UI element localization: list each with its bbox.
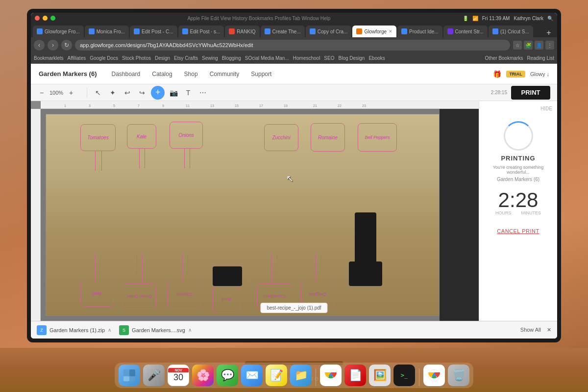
new-tab-btn[interactable]: + xyxy=(544,28,553,37)
nav-community[interactable]: Community xyxy=(210,69,240,79)
redo-button[interactable]: ↪ xyxy=(136,87,148,99)
nav-shop[interactable]: Shop xyxy=(184,69,198,79)
bookmark-stock-photos[interactable]: Stock Photos xyxy=(122,55,151,61)
refresh-button[interactable]: ↻ xyxy=(61,40,72,51)
wifi-icon: 📶 xyxy=(472,16,478,21)
screen: Apple File Edit View History Bookmarks P… xyxy=(31,13,557,339)
bookmarks-bar: Bookmarklets Affiliates Google Docs Stoc… xyxy=(31,53,557,64)
tab-glowforge[interactable]: Glowforge ✕ xyxy=(352,26,396,37)
hide-link[interactable]: HIDE xyxy=(540,106,552,111)
tab-10[interactable]: Content Str... xyxy=(443,26,488,37)
nav-catalog[interactable]: Catalog xyxy=(152,69,172,79)
bookmark-seo[interactable]: SEO xyxy=(324,55,334,61)
search-icon[interactable]: 🔍 xyxy=(547,16,553,21)
dock-files[interactable]: 📁 xyxy=(290,365,312,386)
back-button[interactable]: ‹ xyxy=(34,40,45,51)
fullscreen-window-btn[interactable] xyxy=(50,16,55,21)
bookmark-social[interactable]: SOcial Media Man... xyxy=(245,55,289,61)
user-menu[interactable]: Glowy ↓ xyxy=(530,71,549,77)
dock-calendar[interactable]: NOV 30 xyxy=(168,365,189,386)
bookmark-bookmarklets[interactable]: Bookmarklets xyxy=(34,55,64,61)
dock: 🎤 NOV 30 🌸 💬 ✉️ 📝 📁 📄 🖼️ >_ 🗑️ xyxy=(115,363,473,388)
menu-icon[interactable]: ⋮ xyxy=(545,41,554,50)
magic-tool[interactable]: ✦ xyxy=(107,87,119,99)
nav-support[interactable]: Support xyxy=(251,69,271,79)
tab-4[interactable]: Edit Post · s... xyxy=(178,26,224,37)
macos-bar-title: Apple File Edit View History Bookmarks P… xyxy=(55,15,463,21)
gift-icon[interactable]: 🎁 xyxy=(493,70,501,78)
dock-mail[interactable]: ✉️ xyxy=(241,365,263,386)
download-item-1[interactable]: Z Garden Markers (1).zip ∧ xyxy=(37,325,111,335)
svg-rect-2 xyxy=(129,369,135,376)
bookmark-ebooks[interactable]: Ebooks xyxy=(368,55,385,61)
show-all-link[interactable]: Show All xyxy=(520,327,541,333)
tab-1[interactable]: Glowforge Fro... xyxy=(33,26,84,37)
bookmark-blogging[interactable]: Blogging xyxy=(222,55,241,61)
dock-photos2[interactable]: 🖼️ xyxy=(369,365,391,386)
dock-messages[interactable]: 💬 xyxy=(217,365,238,386)
cancel-print-button[interactable]: CANCEL PRINT xyxy=(497,228,539,234)
bookmark-sewing[interactable]: Sewing xyxy=(202,55,218,61)
dock-chrome2[interactable] xyxy=(423,365,445,386)
download-chevron-2[interactable]: ∧ xyxy=(188,327,192,333)
dock-terminal[interactable]: >_ xyxy=(393,365,415,386)
undo-button[interactable]: ↩ xyxy=(122,87,133,99)
tab-5[interactable]: RANKIQ xyxy=(225,26,259,37)
time-hours: 2:28 xyxy=(498,190,539,210)
bookmark-design[interactable]: Design xyxy=(155,55,170,61)
camera-tool[interactable]: 📷 xyxy=(168,87,179,99)
tab-6[interactable]: Create The... xyxy=(261,26,305,37)
address-input[interactable] xyxy=(75,40,510,51)
tab-2[interactable]: Monica Fro... xyxy=(85,26,129,37)
download-chevron-1[interactable]: ∧ xyxy=(108,327,111,333)
extensions-icon[interactable]: 🧩 xyxy=(524,41,533,50)
dock-separator-1 xyxy=(316,368,316,386)
canvas-area[interactable]: 1 3 5 7 9 11 13 15 17 19 21 22 23 xyxy=(31,101,479,321)
dock-siri[interactable]: 🎤 xyxy=(143,365,165,386)
bookmark-homeschool[interactable]: Homeschool xyxy=(293,55,320,61)
workspace: 1 3 5 7 9 11 13 15 17 19 21 22 23 xyxy=(31,101,557,321)
dock-photos[interactable]: 🌸 xyxy=(192,365,214,386)
profile-icon[interactable]: 👤 xyxy=(535,41,543,50)
tab-favicon xyxy=(492,28,498,34)
bookmark-etsy[interactable]: Etsy Crafts xyxy=(174,55,198,61)
dock-notes[interactable]: 📝 xyxy=(266,365,287,386)
dock-acrobat[interactable]: 📄 xyxy=(344,365,366,386)
bookmark-blog-design[interactable]: Blog Design xyxy=(338,55,365,61)
notification-pdf[interactable]: best-recipe_-_jojo (1).pdf xyxy=(260,303,327,313)
bookmark-google-docs[interactable]: Google Docs xyxy=(90,55,118,61)
more-options[interactable]: ⋯ xyxy=(197,87,209,99)
gf-nav-right: 🎁 TRIAL Glowy ↓ xyxy=(493,70,549,78)
add-element-button[interactable]: + xyxy=(151,86,165,100)
download-item-2[interactable]: S Garden Markers....svg ∧ xyxy=(119,325,192,335)
minimize-window-btn[interactable] xyxy=(43,16,48,21)
tab-11[interactable]: (1) Cricut S... xyxy=(489,26,533,37)
dock-trash[interactable]: 🗑️ xyxy=(448,365,469,386)
forward-button[interactable]: › xyxy=(48,40,58,51)
close-window-btn[interactable] xyxy=(35,16,40,21)
zip-icon: Z xyxy=(37,325,47,335)
bookmark-reading-list[interactable]: Reading List xyxy=(527,55,554,61)
tab-close[interactable]: ✕ xyxy=(389,29,392,34)
print-button[interactable]: PRINT xyxy=(511,86,550,100)
tab-7[interactable]: Copy of Cra... xyxy=(306,26,352,37)
bookmark-other[interactable]: Other Bookmarks xyxy=(485,55,523,61)
dock-finder[interactable] xyxy=(119,365,140,386)
zoom-out-button[interactable]: − xyxy=(36,87,48,99)
camera-shadow-panel xyxy=(440,109,479,321)
macos-bar-right: 🔋 📶 Fri 11:39 AM Kathryn Clark 🔍 xyxy=(463,16,553,21)
svg-rect-4 xyxy=(129,376,135,381)
ruler-top: 1 3 5 7 9 11 13 15 17 19 21 22 23 xyxy=(41,101,479,109)
bookmark-star-icon[interactable]: ☆ xyxy=(513,41,522,50)
zoom-in-button[interactable]: + xyxy=(65,87,77,99)
dock-chrome[interactable] xyxy=(320,365,342,386)
text-tool[interactable]: T xyxy=(182,87,194,99)
downloads-close[interactable]: ✕ xyxy=(547,327,551,333)
tab-9[interactable]: Product Ide... xyxy=(397,26,442,37)
cursor-tool[interactable]: ↖ xyxy=(92,87,104,99)
bookmark-affiliates[interactable]: Affiliates xyxy=(68,55,86,61)
design-canvas[interactable]: Tomatoes Kale Onions xyxy=(41,109,479,321)
tab-3[interactable]: Edit Post - C... xyxy=(130,26,177,37)
browser-tab-bar: Glowforge Fro... Monica Fro... Edit Post… xyxy=(31,24,557,37)
nav-dashboard[interactable]: Dashboard xyxy=(112,69,141,79)
